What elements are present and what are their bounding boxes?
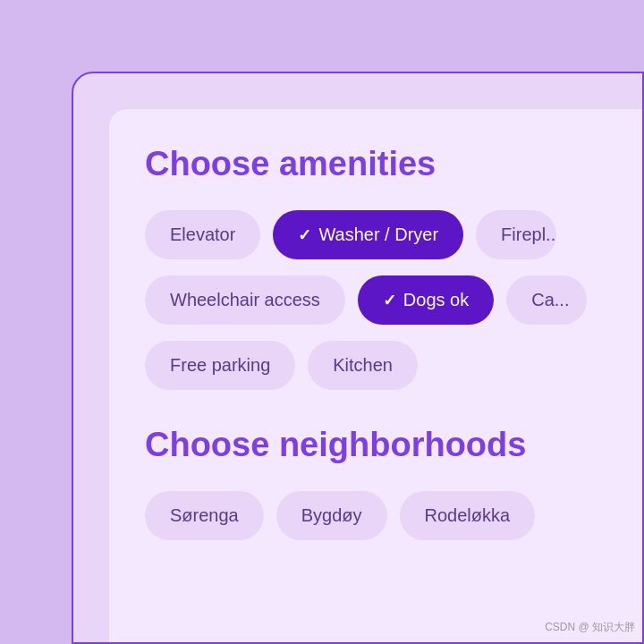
outer-card: Choose amenities Elevator ✓ Washer / Dry…	[72, 72, 644, 644]
chip-fireplace-label: Firepl...	[501, 225, 556, 245]
amenities-row-1: Elevator ✓ Washer / Dryer Firepl...	[145, 210, 606, 259]
neighborhoods-title: Choose neighborhoods	[145, 426, 606, 464]
chip-wheelchair[interactable]: Wheelchair access	[145, 275, 345, 325]
chip-elevator-label: Elevator	[170, 225, 235, 245]
chip-sorenga-label: Sørenga	[170, 505, 239, 526]
chip-elevator[interactable]: Elevator	[145, 210, 260, 259]
chip-dogs-ok[interactable]: ✓ Dogs ok	[358, 275, 494, 325]
chip-washer-dryer-label: Washer / Dryer	[318, 225, 438, 245]
chip-rodelokka[interactable]: Rodeløkka	[400, 491, 536, 540]
chip-kitchen[interactable]: Kitchen	[308, 341, 418, 390]
chip-kitchen-label: Kitchen	[333, 355, 393, 376]
chip-rodelokka-label: Rodeløkka	[425, 505, 511, 526]
amenities-title: Choose amenities	[145, 145, 606, 183]
chip-cats-label: Ca...	[531, 290, 569, 310]
watermark: CSDN @ 知识大胖	[545, 620, 635, 635]
chip-cats[interactable]: Ca...	[506, 275, 587, 325]
neighborhoods-row: Sørenga Bygdøy Rodeløkka	[145, 491, 606, 540]
chip-dogs-ok-check: ✓	[383, 291, 396, 310]
chip-free-parking-label: Free parking	[170, 355, 270, 376]
chip-washer-dryer[interactable]: ✓ Washer / Dryer	[273, 210, 463, 259]
chip-bygdoy[interactable]: Bygdøy	[276, 491, 387, 540]
chip-fireplace[interactable]: Firepl...	[476, 210, 556, 259]
chip-dogs-ok-label: Dogs ok	[403, 290, 469, 310]
chip-washer-dryer-check: ✓	[298, 225, 311, 245]
chip-free-parking[interactable]: Free parking	[145, 341, 295, 390]
chip-sorenga[interactable]: Sørenga	[145, 491, 264, 540]
chip-wheelchair-label: Wheelchair access	[170, 290, 320, 310]
inner-card: Choose amenities Elevator ✓ Washer / Dry…	[109, 109, 642, 642]
chip-bygdoy-label: Bygdøy	[301, 505, 362, 526]
amenities-row-2: Wheelchair access ✓ Dogs ok Ca...	[145, 275, 606, 325]
amenities-row-3: Free parking Kitchen	[145, 341, 606, 390]
